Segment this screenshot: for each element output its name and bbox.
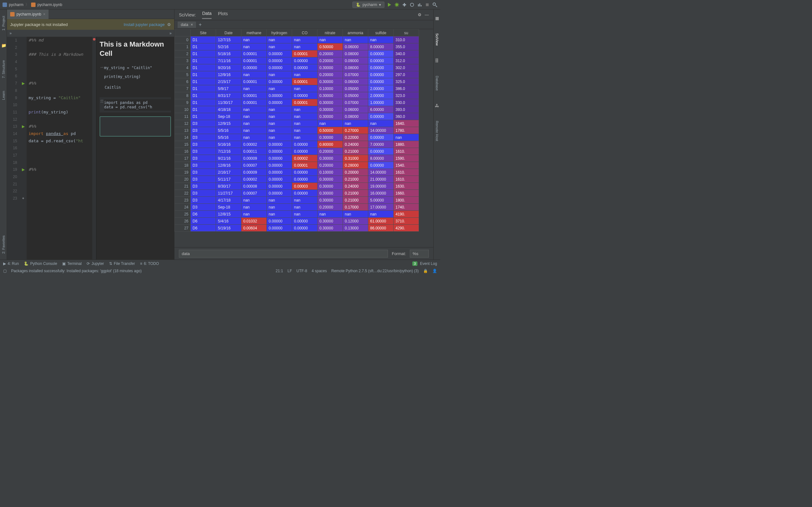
table-cell[interactable]: 1630.	[394, 183, 419, 190]
table-cell[interactable]: 1610.	[394, 176, 419, 183]
preview-code-cell[interactable]: import pandas as pd data = pd.read_csv("…	[104, 99, 171, 111]
event-count-badge[interactable]: 3	[412, 262, 417, 266]
table-cell[interactable]: 1.00000	[368, 99, 394, 106]
data-tab[interactable]: data ×	[177, 21, 196, 28]
table-cell[interactable]: nan	[292, 106, 317, 113]
table-cell[interactable]: 7	[175, 85, 191, 92]
table-cell[interactable]: 0.00001	[241, 78, 267, 85]
run-cell-button[interactable]: ▶	[20, 123, 27, 130]
table-cell[interactable]: 16	[175, 148, 191, 155]
run-cell-button[interactable]: ▶	[20, 80, 27, 87]
table-row[interactable]: 9D111/30/170.000010.000000.000010.300000…	[175, 99, 419, 106]
table-cell[interactable]: D1	[191, 64, 216, 71]
table-cell[interactable]: 0.00000	[267, 162, 292, 169]
remote-host-icon[interactable]: 🖧	[435, 103, 439, 108]
table-cell[interactable]: 0.22000	[343, 134, 368, 141]
table-cell[interactable]: 0.00000	[267, 99, 292, 106]
debug-button[interactable]	[394, 2, 400, 8]
table-cell[interactable]: 26	[175, 218, 191, 225]
table-cell[interactable]: 0.00000	[368, 64, 394, 71]
table-cell[interactable]: 0.80000	[317, 141, 343, 148]
table-cell[interactable]: 19.00000	[368, 183, 394, 190]
dataframe-table[interactable]: SiteDatemethanehydrogenCOnitrateammonias…	[174, 29, 419, 232]
table-cell[interactable]: nan	[241, 106, 267, 113]
table-cell[interactable]: nan	[317, 211, 343, 218]
table-cell[interactable]: D1	[191, 113, 216, 120]
table-cell[interactable]: nan	[292, 134, 317, 141]
value-input[interactable]	[179, 250, 388, 258]
table-row[interactable]: 23D34/17/18nannannan0.300000.210005.0000…	[175, 197, 419, 204]
table-cell[interactable]: 24	[175, 204, 191, 211]
table-cell[interactable]: D3	[191, 204, 216, 211]
table-cell[interactable]: nan	[292, 37, 317, 43]
install-jupyter-link[interactable]: Install jupyter package	[124, 22, 165, 27]
table-cell[interactable]: 0.10000	[317, 85, 343, 92]
table-cell[interactable]: nan	[317, 37, 343, 43]
table-cell[interactable]: 12/7/15	[216, 37, 241, 43]
table-cell[interactable]: 7/11/16	[216, 57, 241, 64]
table-cell[interactable]: 1540.	[394, 162, 419, 169]
table-row[interactable]: 7D15/9/17nannannan0.100000.050002.000003…	[175, 85, 419, 92]
tw-file-transfer[interactable]: ⇅ File Transfer	[109, 262, 135, 266]
table-row[interactable]: 12D312/9/15nannannannannannan1640.	[175, 120, 419, 127]
table-cell[interactable]: 7/12/16	[216, 148, 241, 155]
table-cell[interactable]: D3	[191, 190, 216, 197]
table-cell[interactable]: D6	[191, 211, 216, 218]
table-cell[interactable]: 8.00000	[368, 43, 394, 50]
table-cell[interactable]: 0.30000	[317, 190, 343, 197]
table-cell[interactable]: nan	[267, 120, 292, 127]
table-cell[interactable]: 0.00000	[267, 155, 292, 162]
tool-database[interactable]: Database	[435, 76, 439, 91]
add-cell-button[interactable]: +	[20, 195, 27, 202]
table-cell[interactable]: 0.00000	[368, 78, 394, 85]
table-row[interactable]: 22D311/27/170.000070.000000.000000.30000…	[175, 190, 419, 197]
run-button[interactable]	[386, 2, 392, 8]
column-header[interactable]: hydrogen	[267, 30, 292, 37]
table-cell[interactable]: nan	[267, 134, 292, 141]
table-cell[interactable]: 340.0	[394, 50, 419, 57]
table-cell[interactable]: 0.13000	[343, 225, 368, 232]
table-cell[interactable]: 19	[175, 169, 191, 176]
table-row[interactable]: 17D39/21/160.000090.000000.000020.300000…	[175, 155, 419, 162]
tool-windows-icon[interactable]: ▢	[3, 269, 7, 273]
table-cell[interactable]: 4	[175, 64, 191, 71]
table-cell[interactable]: 0.00000	[267, 225, 292, 232]
table-cell[interactable]: 6.00000	[368, 106, 394, 113]
table-cell[interactable]: nan	[241, 211, 267, 218]
table-cell[interactable]: 0.00000	[368, 134, 394, 141]
table-cell[interactable]: 17.00000	[368, 204, 394, 211]
table-cell[interactable]: 0.00000	[267, 50, 292, 57]
column-header[interactable]: methane	[241, 30, 267, 37]
breadcrumb-project[interactable]: pycharm	[9, 3, 23, 7]
tool-remote-host[interactable]: Remote Host	[435, 121, 439, 141]
column-header[interactable]: CO	[292, 30, 317, 37]
table-cell[interactable]: 360.0	[394, 113, 419, 120]
table-row[interactable]: 5D112/9/16nannannan0.200000.070000.00000…	[175, 71, 419, 78]
table-row[interactable]: 19D32/16/170.000090.000000.000000.100000…	[175, 169, 419, 176]
table-cell[interactable]: 0.00001	[241, 92, 267, 99]
format-input[interactable]	[410, 250, 429, 258]
table-cell[interactable]: 323.0	[394, 92, 419, 99]
table-cell[interactable]: 0.00009	[241, 169, 267, 176]
line-ending[interactable]: LF	[287, 269, 292, 273]
table-cell[interactable]: 15	[175, 141, 191, 148]
table-cell[interactable]: 0.30000	[317, 64, 343, 71]
table-cell[interactable]: 0.00001	[241, 99, 267, 106]
table-cell[interactable]: 0.00000	[292, 190, 317, 197]
table-cell[interactable]: D3	[191, 120, 216, 127]
crumb-right[interactable]: »	[169, 31, 171, 36]
editor-tab[interactable]: pycharm.ipynb ×	[7, 9, 49, 19]
search-everywhere-button[interactable]	[432, 2, 438, 8]
table-cell[interactable]: 297.0	[394, 71, 419, 78]
table-row[interactable]: 13D35/5/16nannannan0.500000.2700014.0000…	[175, 127, 419, 134]
tw-run[interactable]: ▶ 4: Run	[3, 262, 19, 266]
table-cell[interactable]: 0.00000	[292, 92, 317, 99]
table-cell[interactable]: nan	[317, 120, 343, 127]
table-cell[interactable]: 0.00001	[241, 57, 267, 64]
table-cell[interactable]: 25	[175, 211, 191, 218]
table-cell[interactable]: 11/27/17	[216, 190, 241, 197]
table-cell[interactable]: nan	[267, 211, 292, 218]
column-header[interactable]: Site	[191, 30, 216, 37]
table-cell[interactable]: 0.05000	[343, 85, 368, 92]
table-cell[interactable]: nan	[343, 211, 368, 218]
